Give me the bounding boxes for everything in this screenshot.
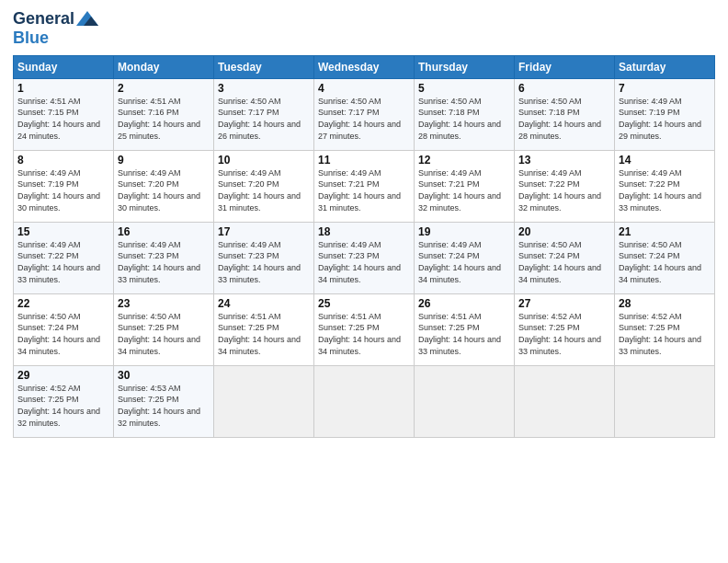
day-number: 29 — [17, 369, 109, 382]
calendar-cell: 6 Sunrise: 4:50 AMSunset: 7:18 PMDayligh… — [515, 78, 615, 150]
calendar-week-row: 15 Sunrise: 4:49 AMSunset: 7:22 PMDaylig… — [14, 222, 715, 293]
calendar-cell: 26 Sunrise: 4:51 AMSunset: 7:25 PMDaylig… — [415, 293, 515, 365]
day-number: 9 — [118, 154, 210, 167]
day-number: 13 — [518, 154, 610, 167]
col-header-tuesday: Tuesday — [214, 55, 314, 78]
calendar-cell: 12 Sunrise: 4:49 AMSunset: 7:21 PMDaylig… — [415, 150, 515, 222]
col-header-monday: Monday — [114, 55, 214, 78]
day-info: Sunrise: 4:49 AMSunset: 7:22 PMDaylight:… — [619, 168, 701, 213]
calendar-week-row: 22 Sunrise: 4:50 AMSunset: 7:24 PMDaylig… — [14, 293, 715, 365]
calendar-cell: 16 Sunrise: 4:49 AMSunset: 7:23 PMDaylig… — [114, 222, 214, 293]
day-info: Sunrise: 4:51 AMSunset: 7:25 PMDaylight:… — [318, 312, 401, 356]
day-info: Sunrise: 4:51 AMSunset: 7:25 PMDaylight:… — [418, 312, 501, 356]
day-number: 4 — [318, 82, 410, 95]
day-number: 23 — [118, 297, 210, 310]
calendar-cell — [615, 365, 715, 437]
day-number: 26 — [418, 297, 510, 310]
day-info: Sunrise: 4:49 AMSunset: 7:23 PMDaylight:… — [218, 240, 301, 284]
day-number: 14 — [619, 154, 711, 167]
calendar-cell: 30 Sunrise: 4:53 AMSunset: 7:25 PMDaylig… — [114, 365, 214, 437]
day-number: 12 — [418, 154, 510, 167]
day-number: 16 — [118, 225, 210, 238]
calendar-cell: 20 Sunrise: 4:50 AMSunset: 7:24 PMDaylig… — [515, 222, 615, 293]
day-info: Sunrise: 4:50 AMSunset: 7:24 PMDaylight:… — [619, 240, 701, 284]
calendar-week-row: 8 Sunrise: 4:49 AMSunset: 7:19 PMDayligh… — [14, 150, 715, 222]
calendar-cell: 10 Sunrise: 4:49 AMSunset: 7:20 PMDaylig… — [214, 150, 314, 222]
day-info: Sunrise: 4:50 AMSunset: 7:24 PMDaylight:… — [518, 240, 601, 284]
calendar-cell: 17 Sunrise: 4:49 AMSunset: 7:23 PMDaylig… — [214, 222, 314, 293]
day-info: Sunrise: 4:49 AMSunset: 7:21 PMDaylight:… — [318, 168, 401, 213]
logo-icon — [74, 9, 100, 29]
calendar-cell: 19 Sunrise: 4:49 AMSunset: 7:24 PMDaylig… — [415, 222, 515, 293]
day-number: 2 — [118, 82, 210, 95]
day-number: 19 — [418, 225, 510, 238]
day-info: Sunrise: 4:53 AMSunset: 7:25 PMDaylight:… — [118, 384, 200, 428]
day-number: 10 — [218, 154, 310, 167]
logo-text-general: General — [13, 10, 74, 29]
calendar-cell: 4 Sunrise: 4:50 AMSunset: 7:17 PMDayligh… — [314, 78, 415, 150]
day-info: Sunrise: 4:49 AMSunset: 7:24 PMDaylight:… — [418, 240, 501, 284]
calendar-cell: 14 Sunrise: 4:49 AMSunset: 7:22 PMDaylig… — [615, 150, 715, 222]
calendar-cell: 2 Sunrise: 4:51 AMSunset: 7:16 PMDayligh… — [114, 78, 214, 150]
calendar-cell — [214, 365, 314, 437]
day-info: Sunrise: 4:52 AMSunset: 7:25 PMDaylight:… — [17, 384, 100, 428]
day-number: 20 — [518, 225, 610, 238]
day-info: Sunrise: 4:50 AMSunset: 7:17 PMDaylight:… — [218, 97, 301, 141]
col-header-wednesday: Wednesday — [314, 55, 415, 78]
calendar-cell: 7 Sunrise: 4:49 AMSunset: 7:19 PMDayligh… — [615, 78, 715, 150]
logo: General Blue — [13, 9, 100, 48]
day-info: Sunrise: 4:50 AMSunset: 7:25 PMDaylight:… — [118, 312, 200, 356]
calendar-cell: 28 Sunrise: 4:52 AMSunset: 7:25 PMDaylig… — [615, 293, 715, 365]
day-number: 11 — [318, 154, 410, 167]
calendar-cell: 18 Sunrise: 4:49 AMSunset: 7:23 PMDaylig… — [314, 222, 415, 293]
day-info: Sunrise: 4:49 AMSunset: 7:23 PMDaylight:… — [118, 240, 200, 284]
day-info: Sunrise: 4:49 AMSunset: 7:20 PMDaylight:… — [218, 168, 301, 213]
calendar-cell: 1 Sunrise: 4:51 AMSunset: 7:15 PMDayligh… — [14, 78, 114, 150]
calendar-cell: 23 Sunrise: 4:50 AMSunset: 7:25 PMDaylig… — [114, 293, 214, 365]
day-info: Sunrise: 4:52 AMSunset: 7:25 PMDaylight:… — [518, 312, 601, 356]
logo-text-blue: Blue — [13, 29, 100, 48]
day-number: 5 — [418, 82, 510, 95]
day-number: 15 — [17, 225, 109, 238]
day-number: 7 — [619, 82, 711, 95]
calendar-week-row: 1 Sunrise: 4:51 AMSunset: 7:15 PMDayligh… — [14, 78, 715, 150]
day-number: 24 — [218, 297, 310, 310]
day-number: 17 — [218, 225, 310, 238]
calendar-table: SundayMondayTuesdayWednesdayThursdayFrid… — [13, 55, 715, 438]
col-header-sunday: Sunday — [14, 55, 114, 78]
day-info: Sunrise: 4:51 AMSunset: 7:25 PMDaylight:… — [218, 312, 301, 356]
day-number: 25 — [318, 297, 410, 310]
calendar-cell: 13 Sunrise: 4:49 AMSunset: 7:22 PMDaylig… — [515, 150, 615, 222]
calendar-cell: 24 Sunrise: 4:51 AMSunset: 7:25 PMDaylig… — [214, 293, 314, 365]
day-number: 28 — [619, 297, 711, 310]
day-info: Sunrise: 4:49 AMSunset: 7:19 PMDaylight:… — [17, 168, 100, 213]
day-info: Sunrise: 4:49 AMSunset: 7:19 PMDaylight:… — [619, 97, 701, 141]
day-info: Sunrise: 4:49 AMSunset: 7:21 PMDaylight:… — [418, 168, 501, 213]
day-info: Sunrise: 4:50 AMSunset: 7:18 PMDaylight:… — [418, 97, 501, 141]
calendar-week-row: 29 Sunrise: 4:52 AMSunset: 7:25 PMDaylig… — [14, 365, 715, 437]
day-number: 3 — [218, 82, 310, 95]
calendar-cell — [515, 365, 615, 437]
calendar-cell: 5 Sunrise: 4:50 AMSunset: 7:18 PMDayligh… — [415, 78, 515, 150]
calendar-cell: 3 Sunrise: 4:50 AMSunset: 7:17 PMDayligh… — [214, 78, 314, 150]
day-number: 18 — [318, 225, 410, 238]
day-number: 6 — [518, 82, 610, 95]
calendar-cell: 25 Sunrise: 4:51 AMSunset: 7:25 PMDaylig… — [314, 293, 415, 365]
calendar-cell: 9 Sunrise: 4:49 AMSunset: 7:20 PMDayligh… — [114, 150, 214, 222]
col-header-thursday: Thursday — [415, 55, 515, 78]
day-info: Sunrise: 4:50 AMSunset: 7:17 PMDaylight:… — [318, 97, 401, 141]
day-number: 8 — [17, 154, 109, 167]
day-info: Sunrise: 4:52 AMSunset: 7:25 PMDaylight:… — [619, 312, 701, 356]
day-info: Sunrise: 4:49 AMSunset: 7:22 PMDaylight:… — [17, 240, 100, 284]
day-info: Sunrise: 4:50 AMSunset: 7:24 PMDaylight:… — [17, 312, 100, 356]
day-info: Sunrise: 4:49 AMSunset: 7:22 PMDaylight:… — [518, 168, 601, 213]
day-number: 1 — [17, 82, 109, 95]
day-info: Sunrise: 4:51 AMSunset: 7:15 PMDaylight:… — [17, 97, 100, 141]
calendar-cell: 15 Sunrise: 4:49 AMSunset: 7:22 PMDaylig… — [14, 222, 114, 293]
day-info: Sunrise: 4:49 AMSunset: 7:23 PMDaylight:… — [318, 240, 401, 284]
day-info: Sunrise: 4:49 AMSunset: 7:20 PMDaylight:… — [118, 168, 200, 213]
calendar-cell — [314, 365, 415, 437]
calendar-cell: 22 Sunrise: 4:50 AMSunset: 7:24 PMDaylig… — [14, 293, 114, 365]
day-info: Sunrise: 4:51 AMSunset: 7:16 PMDaylight:… — [118, 97, 200, 141]
calendar-cell: 21 Sunrise: 4:50 AMSunset: 7:24 PMDaylig… — [615, 222, 715, 293]
